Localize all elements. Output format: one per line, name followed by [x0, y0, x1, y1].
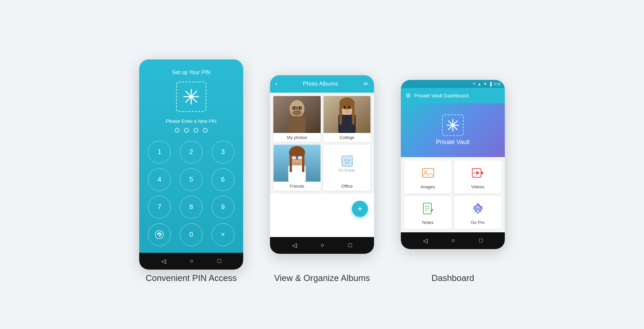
- album-office-label: Office: [323, 182, 371, 191]
- pin-phone-frame: Set up Your PIN Please Enter a New PIN: [139, 59, 243, 270]
- album-college-label: College: [323, 133, 371, 142]
- svg-point-38: [348, 106, 351, 108]
- pin-phone: Set up Your PIN Please Enter a New PIN: [139, 59, 243, 270]
- nav-back-icon[interactable]: ◁: [161, 257, 166, 265]
- svg-rect-45: [292, 156, 297, 159]
- albums-phone-frame: ‹ Photo Albums ✏: [270, 75, 374, 254]
- pin-btn-5[interactable]: 5: [180, 168, 203, 191]
- svg-point-49: [344, 159, 346, 161]
- album-office[interactable]: It's Empty Office: [323, 145, 371, 191]
- dashboard-title: Private Vault Dashboard: [414, 93, 500, 98]
- settings-gear-icon[interactable]: ⚙: [406, 92, 411, 99]
- album-friends[interactable]: Friends: [273, 145, 321, 191]
- album-myphotos[interactable]: My photos: [273, 96, 321, 142]
- albums-nav-recent[interactable]: □: [348, 242, 352, 249]
- pin-btn-0[interactable]: 0: [180, 223, 203, 246]
- caption-pin: Convenient PIN Access: [139, 273, 243, 283]
- albums-grid: My photos: [270, 93, 374, 194]
- album-myphotos-label: My photos: [273, 133, 321, 142]
- vault-star-icon: [446, 119, 460, 132]
- pin-btn-delete[interactable]: ×: [212, 223, 234, 246]
- albums-header: ‹ Photo Albums ✏: [270, 75, 374, 93]
- dashboard-nav-bar: ◁ ○ □: [401, 232, 505, 249]
- battery-icon: ▐: [489, 82, 492, 86]
- pin-btn-9[interactable]: 9: [212, 196, 234, 219]
- signal-icon: ▲: [478, 82, 481, 86]
- svg-rect-35: [339, 106, 342, 125]
- caption-dashboard: Dashboard: [401, 273, 505, 283]
- svg-rect-46: [298, 156, 303, 159]
- pin-dot-3: [194, 128, 198, 133]
- albums-title: Photo Albums: [303, 81, 338, 87]
- pin-fingerprint-icon: [176, 82, 206, 112]
- albums-phone: ‹ Photo Albums ✏: [270, 75, 374, 254]
- notes-card[interactable]: Notes: [404, 196, 451, 229]
- videos-label: Videos: [471, 184, 485, 189]
- albums-nav-back[interactable]: ◁: [292, 242, 297, 249]
- svg-point-64: [451, 124, 454, 127]
- gopro-card[interactable]: Go Pro: [454, 196, 501, 229]
- pin-btn-3[interactable]: 3: [212, 141, 234, 163]
- dash-nav-recent[interactable]: □: [479, 237, 483, 244]
- pin-screen-content: Set up Your PIN Please Enter a New PIN: [139, 59, 243, 253]
- captions-row: Convenient PIN Access View & Organize Al…: [0, 273, 644, 283]
- album-friends-label: Friends: [273, 182, 321, 191]
- album-office-empty-label: It's Empty: [339, 168, 355, 172]
- wifi-icon: ▼: [483, 82, 487, 86]
- videos-icon: [472, 167, 484, 182]
- svg-point-12: [155, 231, 163, 239]
- videos-card[interactable]: Videos: [454, 160, 501, 193]
- pin-btn-6[interactable]: 6: [212, 168, 234, 191]
- albums-section: 🖼 📷 📷 🖼 📷 🖼 ‹ Photo Albums ✏: [270, 75, 374, 254]
- svg-point-37: [344, 106, 346, 108]
- images-label: Images: [421, 184, 435, 189]
- dashboard-hero: Private Vault: [401, 103, 505, 157]
- bluetooth-icon: ✳: [473, 82, 476, 86]
- album-friends-thumb: [273, 145, 321, 182]
- dashboard-grid: Images Videos: [401, 157, 505, 232]
- pin-btn-1[interactable]: 1: [148, 141, 171, 163]
- pin-btn-4[interactable]: 4: [148, 168, 171, 191]
- svg-point-50: [348, 159, 350, 161]
- pin-btn-2[interactable]: 2: [180, 141, 203, 163]
- svg-rect-24: [288, 116, 306, 133]
- pin-section: 🔒 🔒 🔒 👆 👆 Set up Your PIN: [139, 59, 243, 270]
- dash-nav-back[interactable]: ◁: [423, 237, 428, 244]
- time-display: 3:30: [494, 82, 501, 86]
- svg-rect-71: [423, 203, 431, 214]
- albums-nav-home[interactable]: ○: [321, 242, 324, 249]
- notes-label: Notes: [422, 220, 434, 225]
- pin-nav-bar: ◁ ○ □: [139, 253, 243, 270]
- notes-icon: [422, 202, 434, 217]
- add-album-fab[interactable]: +: [352, 201, 368, 217]
- vault-title: Private Vault: [436, 139, 470, 146]
- gopro-icon: [472, 202, 484, 217]
- pin-btn-fingerprint[interactable]: [148, 223, 171, 246]
- snowflake-icon: [182, 88, 200, 105]
- dashboard-phone: ✳ ▲ ▼ ▐ 3:30 ⚙ Private Vault Dashboard: [401, 80, 505, 249]
- nav-recent-icon[interactable]: □: [217, 257, 221, 265]
- album-office-empty: It's Empty: [323, 145, 371, 182]
- dashboard-phone-frame: ✳ ▲ ▼ ▐ 3:30 ⚙ Private Vault Dashboard: [401, 80, 505, 249]
- back-button[interactable]: ‹: [275, 80, 277, 87]
- dashboard-header: ⚙ Private Vault Dashboard: [401, 88, 505, 103]
- pin-keypad: 1 2 3 4 5 6 7 8 9: [146, 141, 236, 246]
- albums-nav-bar: ◁ ○ □: [270, 237, 374, 254]
- pin-subtitle: Please Enter a New PIN: [166, 119, 217, 124]
- edit-button[interactable]: ✏: [364, 80, 369, 88]
- album-myphotos-thumb: [273, 96, 321, 133]
- images-icon: [422, 167, 434, 182]
- dash-nav-home[interactable]: ○: [451, 237, 455, 244]
- album-college[interactable]: College: [323, 96, 371, 142]
- vault-icon-box: [442, 114, 464, 136]
- pin-btn-7[interactable]: 7: [148, 196, 171, 219]
- album-college-thumb: [323, 96, 371, 133]
- pin-dot-1: [175, 128, 179, 133]
- svg-rect-48: [342, 156, 353, 167]
- pin-dots: [175, 128, 208, 133]
- pin-dot-4: [203, 128, 208, 133]
- nav-home-icon[interactable]: ○: [190, 257, 194, 265]
- images-card[interactable]: Images: [404, 160, 451, 193]
- pin-btn-8[interactable]: 8: [180, 196, 203, 219]
- sad-face-icon: [340, 154, 354, 168]
